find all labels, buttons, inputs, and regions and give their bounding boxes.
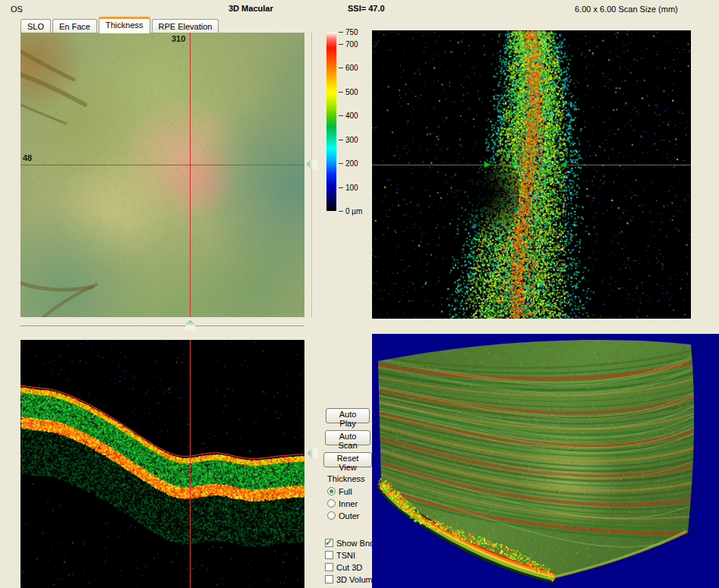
color-scale-tick: 300 [339, 135, 358, 144]
horizontal-bscan-image[interactable] [20, 340, 304, 588]
reset-view-button[interactable]: Reset View [323, 452, 372, 467]
radio-label: Outer [339, 511, 360, 520]
radio-label: Inner [339, 499, 358, 508]
radio-label: Full [339, 487, 352, 496]
tick-label: 400 [345, 112, 358, 120]
tick-mark [339, 115, 343, 116]
tick-mark [339, 211, 343, 212]
checkbox-show-bnd[interactable]: Show Bnd [325, 538, 374, 548]
checkbox-unchecked-icon [325, 551, 333, 559]
color-gradient-bar [326, 32, 336, 211]
tick-label: 600 [345, 64, 358, 72]
scan-title: 3D Macular [229, 4, 273, 13]
tick-mark [339, 92, 343, 93]
checkbox-label: TSNI [336, 551, 355, 560]
tick-mark [339, 163, 343, 164]
color-scale-tick: 600 [339, 63, 358, 72]
tick-mark [339, 68, 343, 68]
scan-size-label: 6.00 x 6.00 Scan Size (mm) [575, 5, 678, 14]
color-scale-tick: 500 [339, 87, 358, 96]
eye-label: OS [11, 5, 23, 14]
checkbox-label: Cut 3D [336, 563, 362, 572]
auto-play-button[interactable]: Auto Play [326, 408, 370, 423]
tab-rpe-elevation[interactable]: RPE Elevation [152, 19, 219, 33]
color-scale-tick: 100 [339, 183, 358, 192]
tick-label: 700 [345, 40, 358, 49]
checkbox-label: 3D Volume [336, 575, 377, 584]
tick-mark [339, 140, 343, 140]
volume-3d-render[interactable] [372, 334, 719, 588]
vertical-slice-slider-handle[interactable] [307, 159, 317, 169]
tick-mark [339, 187, 343, 188]
radio-unselected-icon [327, 511, 336, 520]
horizontal-slice-slider-handle[interactable] [185, 320, 195, 331]
vertical-bscan-image[interactable] [372, 30, 691, 319]
thickness-map-image[interactable] [20, 33, 304, 317]
color-scale-tick: 0 µm [339, 206, 362, 215]
radio-unselected-icon [327, 499, 336, 508]
radio-inner[interactable]: Inner [327, 498, 358, 508]
oct-viewer-window: OS 3D Macular SSI= 47.0 6.00 x 6.00 Scan… [0, 0, 719, 588]
tick-label: 750 [345, 28, 358, 36]
ssi-value: SSI= 47.0 [348, 4, 385, 13]
view-tabs: SLO En Face Thickness RPE Elevation [20, 17, 220, 33]
tick-mark [339, 32, 343, 33]
checkbox-cut-3d[interactable]: Cut 3D [325, 562, 362, 572]
tab-en-face[interactable]: En Face [52, 19, 97, 33]
checkbox-unchecked-icon [325, 563, 333, 571]
thickness-group-label: Thickness [327, 474, 365, 483]
color-scale-tick: 200 [339, 159, 358, 168]
tick-mark [339, 44, 343, 45]
color-scale-tick: 400 [339, 111, 358, 120]
tick-label: 500 [345, 88, 358, 96]
radio-outer[interactable]: Outer [327, 511, 360, 520]
bscan-position-slider-handle[interactable] [307, 448, 318, 458]
tab-slo[interactable]: SLO [20, 19, 51, 33]
checkbox-tsni[interactable]: TSNI [325, 550, 355, 560]
horizontal-slice-slider-track[interactable] [20, 325, 304, 326]
vertical-slice-slider-track[interactable] [311, 33, 312, 317]
checkbox-label: Show Bnd [336, 539, 374, 548]
checkbox-3d-volume[interactable]: 3D Volume [325, 574, 377, 584]
checkbox-unchecked-icon [325, 575, 333, 583]
auto-scan-button[interactable]: Auto Scan [325, 430, 371, 445]
checkbox-checked-icon [325, 539, 333, 547]
tick-label: 200 [345, 159, 358, 168]
tick-label: 0 µm [345, 207, 362, 215]
radio-full[interactable]: Full [327, 486, 352, 496]
tab-thickness[interactable]: Thickness [99, 17, 150, 33]
tick-label: 300 [345, 136, 358, 144]
color-scale-tick: 700 [339, 39, 358, 49]
tick-label: 100 [345, 184, 358, 192]
radio-selected-icon [327, 487, 336, 495]
color-scale-tick: 750 [339, 27, 358, 36]
